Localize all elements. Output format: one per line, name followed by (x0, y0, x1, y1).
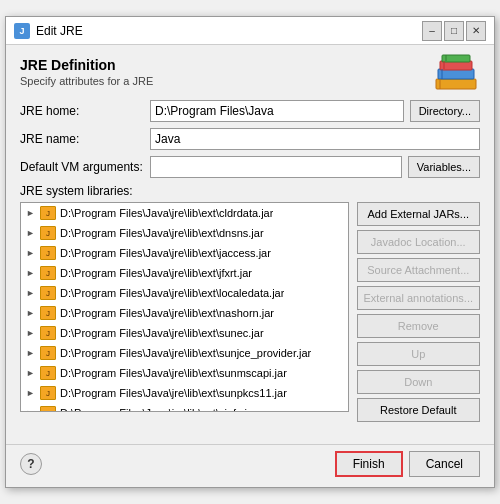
jre-home-row: JRE home: Directory... (20, 100, 480, 122)
jre-home-input[interactable] (150, 100, 404, 122)
jar-icon: J (40, 406, 56, 412)
section-title: JRE Definition (20, 57, 480, 73)
expand-arrow-icon: ► (26, 288, 38, 298)
library-item[interactable]: ► J D:\Program Files\Java\jre\lib\ext\zi… (21, 403, 348, 412)
down-button[interactable]: Down (357, 370, 480, 394)
jar-icon: J (40, 286, 56, 300)
library-item[interactable]: ► J D:\Program Files\Java\jre\lib\ext\lo… (21, 283, 348, 303)
expand-arrow-icon: ► (26, 328, 38, 338)
help-button[interactable]: ? (20, 453, 42, 475)
jar-icon: J (40, 206, 56, 220)
library-item[interactable]: ► J D:\Program Files\Java\jre\lib\ext\na… (21, 303, 348, 323)
expand-arrow-icon: ► (26, 248, 38, 258)
library-path: D:\Program Files\Java\jre\lib\ext\nashor… (60, 307, 274, 319)
library-path: D:\Program Files\Java\jre\lib\ext\sunjce… (60, 347, 311, 359)
variables-button[interactable]: Variables... (408, 156, 480, 178)
jar-icon: J (40, 266, 56, 280)
jar-icon: J (40, 366, 56, 380)
jre-home-label: JRE home: (20, 104, 150, 118)
library-item[interactable]: ► J D:\Program Files\Java\jre\lib\ext\dn… (21, 223, 348, 243)
svg-rect-0 (436, 79, 476, 89)
expand-arrow-icon: ► (26, 368, 38, 378)
library-path: D:\Program Files\Java\jre\lib\ext\dnsns.… (60, 227, 264, 239)
library-path: D:\Program Files\Java\jre\lib\ext\cldrda… (60, 207, 273, 219)
jre-icon (432, 49, 480, 100)
library-path: D:\Program Files\Java\jre\lib\ext\jacces… (60, 247, 271, 259)
cancel-button[interactable]: Cancel (409, 451, 480, 477)
expand-arrow-icon: ► (26, 388, 38, 398)
external-annotations-button[interactable]: External annotations... (357, 286, 480, 310)
default-vm-label: Default VM arguments: (20, 160, 150, 174)
close-button[interactable]: ✕ (466, 21, 486, 41)
expand-arrow-icon: ► (26, 408, 38, 412)
library-path: D:\Program Files\Java\jre\lib\ext\sunec.… (60, 327, 264, 339)
library-path: D:\Program Files\Java\jre\lib\ext\sunpkc… (60, 387, 287, 399)
section-subtitle: Specify attributes for a JRE (20, 75, 480, 87)
expand-arrow-icon: ► (26, 348, 38, 358)
javadoc-location-button[interactable]: Javadoc Location... (357, 230, 480, 254)
window-title: Edit JRE (36, 24, 83, 38)
jar-icon: J (40, 326, 56, 340)
libraries-list[interactable]: ► J D:\Program Files\Java\jre\lib\ext\cl… (20, 202, 349, 412)
minimize-button[interactable]: – (422, 21, 442, 41)
window-icon: J (14, 23, 30, 39)
jre-name-input[interactable] (150, 128, 480, 150)
jar-icon: J (40, 246, 56, 260)
library-path: D:\Program Files\Java\jre\lib\ext\locale… (60, 287, 284, 299)
library-path: D:\Program Files\Java\jre\lib\ext\zipfs.… (60, 407, 257, 412)
side-buttons-panel: Add External JARs... Javadoc Location...… (357, 202, 480, 422)
jre-name-row: JRE name: (20, 128, 480, 150)
up-button[interactable]: Up (357, 342, 480, 366)
title-bar: J Edit JRE – □ ✕ (6, 17, 494, 45)
expand-arrow-icon: ► (26, 308, 38, 318)
library-path: D:\Program Files\Java\jre\lib\ext\sunmsc… (60, 367, 287, 379)
default-vm-row: Default VM arguments: Variables... (20, 156, 480, 178)
main-content: JRE Definition Specify attributes for a … (6, 45, 494, 440)
title-controls: – □ ✕ (422, 21, 486, 41)
expand-arrow-icon: ► (26, 268, 38, 278)
libraries-label: JRE system libraries: (20, 184, 480, 198)
title-bar-left: J Edit JRE (14, 23, 83, 39)
jar-icon: J (40, 306, 56, 320)
default-vm-input[interactable] (150, 156, 402, 178)
library-item[interactable]: ► J D:\Program Files\Java\jre\lib\ext\jf… (21, 263, 348, 283)
library-item[interactable]: ► J D:\Program Files\Java\jre\lib\ext\su… (21, 343, 348, 363)
add-external-jars-button[interactable]: Add External JARs... (357, 202, 480, 226)
edit-jre-window: J Edit JRE – □ ✕ JRE Definition Specify … (5, 16, 495, 488)
library-item[interactable]: ► J D:\Program Files\Java\jre\lib\ext\su… (21, 363, 348, 383)
source-attachment-button[interactable]: Source Attachment... (357, 258, 480, 282)
remove-button[interactable]: Remove (357, 314, 480, 338)
jar-icon: J (40, 346, 56, 360)
finish-button[interactable]: Finish (335, 451, 403, 477)
jar-icon: J (40, 386, 56, 400)
jar-icon: J (40, 226, 56, 240)
library-item[interactable]: ► J D:\Program Files\Java\jre\lib\ext\ja… (21, 243, 348, 263)
library-item[interactable]: ► J D:\Program Files\Java\jre\lib\ext\su… (21, 383, 348, 403)
bottom-right-buttons: Finish Cancel (335, 451, 480, 477)
library-item[interactable]: ► J D:\Program Files\Java\jre\lib\ext\cl… (21, 203, 348, 223)
library-path: D:\Program Files\Java\jre\lib\ext\jfxrt.… (60, 267, 252, 279)
library-item[interactable]: ► J D:\Program Files\Java\jre\lib\ext\su… (21, 323, 348, 343)
jre-name-label: JRE name: (20, 132, 150, 146)
directory-button[interactable]: Directory... (410, 100, 480, 122)
expand-arrow-icon: ► (26, 228, 38, 238)
bottom-bar: ? Finish Cancel (6, 444, 494, 487)
expand-arrow-icon: ► (26, 208, 38, 218)
libraries-section: ► J D:\Program Files\Java\jre\lib\ext\cl… (20, 202, 480, 422)
restore-default-button[interactable]: Restore Default (357, 398, 480, 422)
maximize-button[interactable]: □ (444, 21, 464, 41)
